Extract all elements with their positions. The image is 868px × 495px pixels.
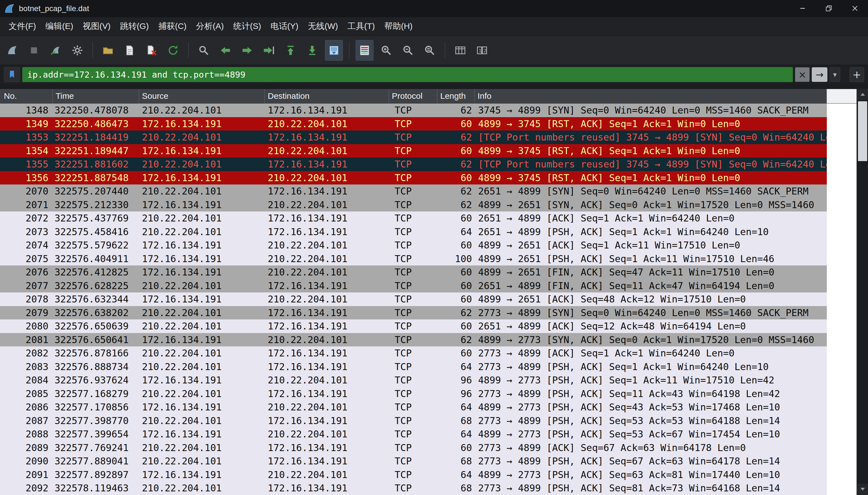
menu-item-2[interactable]: 编辑(E): [41, 17, 78, 35]
cell-proto: TCP: [389, 360, 438, 374]
go-back-button[interactable]: [217, 40, 234, 61]
cell-info: 4899 → 2773 [PSH, ACK] Seq=53 Ack=67 Win…: [475, 427, 827, 441]
cell-proto: TCP: [389, 387, 438, 401]
packet-row-2084[interactable]: 2084322576.937624172.16.134.191210.22.20…: [0, 373, 827, 387]
packet-row-1356[interactable]: 1356322251.887548172.16.134.191210.22.20…: [0, 171, 827, 185]
file-close-button[interactable]: [142, 40, 160, 61]
cell-no: 2077: [0, 279, 53, 293]
packet-row-1354[interactable]: 1354322251.189447172.16.134.191210.22.20…: [0, 144, 827, 158]
file-open-button[interactable]: [99, 40, 117, 61]
resize-1-2-button[interactable]: 12: [473, 40, 491, 61]
packet-row-2074[interactable]: 2074322575.579622172.16.134.191210.22.20…: [0, 238, 827, 252]
capture-start-button[interactable]: [3, 40, 21, 61]
minimize-button[interactable]: [789, 0, 816, 17]
packet-row-2070[interactable]: 2070322575.207440210.22.204.101172.16.13…: [0, 185, 827, 198]
cell-info: 4899 → 2773 [SYN, ACK] Seq=0 Ack=1 Win=1…: [475, 333, 827, 347]
zoom-original-button[interactable]: [421, 40, 439, 61]
packet-row-2072[interactable]: 2072322575.437769210.22.204.101172.16.13…: [0, 211, 827, 225]
colorize-button[interactable]: [356, 40, 373, 61]
vertical-scrollbar[interactable]: [856, 89, 868, 495]
cell-info: 4899 → 2773 [PSH, ACK] Seq=1 Ack=11 Win=…: [475, 373, 827, 387]
menu-item-6[interactable]: 分析(A): [191, 17, 228, 35]
packet-row-2086[interactable]: 2086322577.170856172.16.134.191210.22.20…: [0, 400, 827, 414]
cell-src: 172.16.134.191: [139, 117, 265, 131]
menu-item-5[interactable]: 捕获(C): [154, 17, 191, 35]
packet-row-1355[interactable]: 1355322251.881602210.22.204.101172.16.13…: [0, 157, 827, 171]
packet-row-2075[interactable]: 2075322576.404911172.16.134.191210.22.20…: [0, 252, 827, 266]
column-header-length[interactable]: Length: [438, 89, 475, 103]
cell-time: 322575.212330: [53, 198, 139, 212]
menu-item-7[interactable]: 统计(S): [228, 17, 266, 35]
find-packet-button[interactable]: [195, 40, 212, 61]
filter-apply-button[interactable]: →: [812, 67, 827, 82]
menu-item-4[interactable]: 跳转(G): [115, 17, 153, 35]
cell-no: 2091: [0, 468, 53, 482]
packet-row-2091[interactable]: 2091322577.892897172.16.134.191210.22.20…: [0, 468, 827, 482]
auto-scroll-button[interactable]: [325, 40, 343, 61]
packet-row-2080[interactable]: 2080322576.650639210.22.204.101172.16.13…: [0, 320, 827, 333]
packet-row-2089[interactable]: 2089322577.769241210.22.204.101172.16.13…: [0, 441, 827, 455]
capture-restart-button[interactable]: [47, 40, 65, 61]
go-forward-button[interactable]: [238, 40, 256, 61]
cell-no: 2078: [0, 292, 53, 306]
reload-button[interactable]: [164, 40, 182, 61]
column-header-time[interactable]: Time: [53, 89, 139, 103]
packet-row-2073[interactable]: 2073322575.458416210.22.204.101172.16.13…: [0, 225, 827, 239]
packet-row-2083[interactable]: 2083322576.888734210.22.204.101172.16.13…: [0, 360, 827, 374]
go-top-button[interactable]: [282, 40, 300, 61]
zoom-in-button[interactable]: [377, 40, 395, 61]
file-save-button[interactable]: [121, 40, 139, 61]
filter-add-button[interactable]: +: [850, 67, 864, 82]
cell-proto: TCP: [389, 400, 438, 414]
packet-row-1353[interactable]: 1353322251.184419210.22.204.101172.16.13…: [0, 131, 827, 144]
capture-stop-button[interactable]: [25, 40, 43, 61]
packet-row-2077[interactable]: 2077322576.628225210.22.204.101172.16.13…: [0, 279, 827, 293]
cell-src: 210.22.204.101: [139, 387, 265, 401]
packet-row-1349[interactable]: 1349322250.486473172.16.134.191210.22.20…: [0, 117, 827, 131]
column-header-source[interactable]: Source: [139, 89, 265, 103]
packet-row-2081[interactable]: 2081322576.650641172.16.134.191210.22.20…: [0, 333, 827, 347]
cell-info: 4899 → 2651 [ACK] Seq=48 Ack=12 Win=1751…: [475, 292, 827, 306]
packet-row-2088[interactable]: 2088322577.399654172.16.134.191210.22.20…: [0, 427, 827, 441]
cell-no: 2080: [0, 320, 53, 333]
packet-row-2079[interactable]: 2079322576.638202210.22.204.101172.16.13…: [0, 306, 827, 320]
column-header-no[interactable]: No.: [0, 89, 53, 103]
packet-row-1348[interactable]: 1348322250.478078210.22.204.101172.16.13…: [0, 103, 827, 117]
packet-row-2090[interactable]: 2090322577.889041210.22.204.101172.16.13…: [0, 455, 827, 468]
scroll-up-button[interactable]: [857, 89, 868, 100]
filter-bookmark-button[interactable]: [4, 67, 20, 82]
restore-button[interactable]: [816, 0, 842, 17]
menu-item-1[interactable]: 文件(F): [4, 17, 41, 35]
column-header-info[interactable]: Info: [475, 89, 827, 103]
filter-clear-button[interactable]: ×: [795, 67, 810, 82]
menu-item-8[interactable]: 电话(Y): [266, 17, 303, 35]
close-button[interactable]: [842, 0, 868, 17]
menu-item-3[interactable]: 视图(V): [78, 17, 115, 35]
file-open-icon: [102, 44, 114, 56]
menu-item-9[interactable]: 无线(W): [303, 17, 343, 35]
zoom-out-button[interactable]: [399, 40, 417, 61]
packet-row-2082[interactable]: 2082322576.878166210.22.204.101172.16.13…: [0, 346, 827, 360]
cell-time: 322575.458416: [53, 225, 139, 239]
cell-src: 172.16.134.191: [139, 198, 265, 212]
cell-src: 210.22.204.101: [139, 320, 265, 333]
packet-row-2078[interactable]: 2078322576.632344172.16.134.191210.22.20…: [0, 292, 827, 306]
packet-row-2092[interactable]: 2092322578.119463210.22.204.101172.16.13…: [0, 481, 827, 495]
column-header-protocol[interactable]: Protocol: [389, 89, 438, 103]
packet-row-2071[interactable]: 2071322575.212330172.16.134.191210.22.20…: [0, 198, 827, 212]
scrollbar-thumb[interactable]: [858, 101, 867, 161]
capture-options-button[interactable]: [68, 40, 86, 61]
menu-item-10[interactable]: 工具(T): [343, 17, 379, 35]
resize-columns-button[interactable]: [452, 40, 469, 61]
packet-row-2076[interactable]: 2076322576.412825172.16.134.191210.22.20…: [0, 266, 827, 279]
column-header-destination[interactable]: Destination: [265, 89, 389, 103]
go-bottom-button[interactable]: [303, 40, 321, 61]
packet-row-2087[interactable]: 2087322577.398770210.22.204.101172.16.13…: [0, 414, 827, 428]
scroll-down-button[interactable]: [857, 484, 868, 495]
display-filter-input[interactable]: ip.addr==172.16.134.191 and tcp.port==48…: [22, 67, 793, 82]
filter-dropdown-button[interactable]: ▾: [830, 67, 840, 82]
cell-no: 2071: [0, 198, 53, 212]
packet-row-2085[interactable]: 2085322577.168279210.22.204.101172.16.13…: [0, 387, 827, 401]
go-to-packet-button[interactable]: [260, 40, 278, 61]
menu-item-11[interactable]: 帮助(H): [379, 17, 418, 35]
